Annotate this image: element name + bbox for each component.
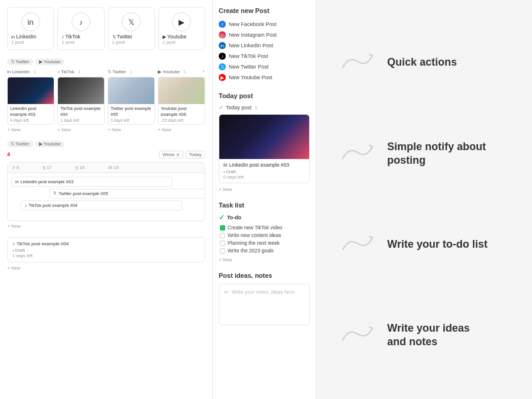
linkedin-create-dot: in [219, 42, 226, 49]
green-check-icon: ✓ [219, 104, 223, 111]
add-new-timeline[interactable]: + New [7, 223, 205, 229]
twitter-column: Twitter post example #05 0 days left + N… [108, 77, 155, 132]
post-card-tiktok-04[interactable]: TikTok post example #04 1 days left [57, 77, 105, 125]
task-group-name: To-do [227, 215, 241, 220]
date-label-8: # 8 [12, 165, 19, 170]
task-item-2[interactable]: Write new content ideas [219, 232, 310, 238]
tiktok-icon-sm: ♪ [12, 241, 15, 246]
preview-thumb-laptop [219, 115, 309, 159]
post-info-twitter-05: Twitter post example #05 0 days left [108, 104, 154, 124]
youtube-tag[interactable]: ▶ Youtube [35, 59, 64, 65]
twitter-tag[interactable]: 𝕏 Twitter [7, 59, 33, 65]
tiktok-create-dot: ♪ [219, 53, 226, 60]
week-button[interactable]: Week ∨ [159, 151, 183, 158]
bottom-tiktok-card[interactable]: ♪ TikTok post example #04 • Draft 1 days… [7, 237, 205, 262]
today-button[interactable]: Today [186, 151, 205, 158]
preview-post-title: LinkedIn post example #03 [229, 162, 290, 168]
social-card-tiktok[interactable]: ♪ ♪ TikTok 1 post [57, 7, 104, 50]
add-new-linkedin[interactable]: + New [7, 127, 54, 132]
create-tiktok-post[interactable]: ♪ New TikTok Post [219, 51, 310, 61]
timeline-title-twitter: Twitter post example #05 [59, 191, 108, 196]
timeline-title-tiktok: TikTok post example #04 [29, 203, 78, 208]
bottom-tiktok-title: ♪ TikTok post example #04 [12, 241, 200, 246]
timeline-controls: Week ∨ Today [159, 151, 205, 158]
feature-label-4: Write your ideasand notes [387, 322, 470, 349]
social-card-linkedin[interactable]: in in LinkedIn 1 post [7, 7, 54, 50]
add-new-twitter[interactable]: + New [108, 127, 155, 132]
post-days-youtube-06: -25 days left [161, 118, 202, 122]
instagram-dot: ◎ [219, 31, 226, 38]
create-tiktok-label: New TikTok Post [229, 53, 268, 59]
create-twitter-post[interactable]: 𝕏 New Twitter Post [219, 61, 310, 72]
tiktok-count: 1 post [61, 40, 100, 45]
task-label-2: Write new content ideas [228, 232, 281, 238]
post-card-twitter-05[interactable]: Twitter post example #05 0 days left [108, 77, 155, 125]
task-group-label: ✓ To-do [219, 213, 310, 222]
add-new-today[interactable]: + New [219, 187, 310, 192]
timeline-body: in LinkedIn post example #03 𝕏 Twitter p… [8, 173, 205, 220]
youtube-create-dot: ▶ [219, 74, 226, 81]
post-thumb-desk [58, 77, 104, 104]
feature-label-1: Quick actions [387, 56, 457, 69]
task-checkbox-2[interactable] [220, 233, 225, 238]
social-card-youtube[interactable]: ▶ ▶ Youtube 1 post [158, 7, 205, 50]
create-instagram-label: New Instagram Post [229, 32, 277, 38]
arrow-icon-3 [340, 232, 375, 258]
add-new-tiktok[interactable]: + New [57, 127, 105, 132]
task-list-title: Task list [219, 202, 310, 209]
post-days-twitter-05: 0 days left [111, 118, 152, 122]
feature-label-3: Write your to-do list [387, 238, 488, 251]
create-post-title: Create new Post [219, 7, 310, 14]
today-post-card[interactable]: in LinkedIn post example #03 • Draft 0 d… [219, 114, 310, 183]
youtube-tag-2[interactable]: ▶ Youtube [35, 141, 64, 147]
today-post-title: Today post [219, 92, 310, 99]
right-panel: Quick actions Simple notify about postin… [316, 0, 532, 399]
timeline-title-linkedin: LinkedIn post example #03 [20, 179, 73, 184]
arrow-icon-1 [340, 50, 375, 76]
notes-placeholder: Write your notes, ideas here [232, 289, 294, 295]
add-new-task[interactable]: + New [219, 257, 310, 262]
linkedin-icon: in [21, 12, 40, 31]
create-linkedin-post[interactable]: in New LinkedIn Post [219, 40, 310, 51]
timeline-item-twitter[interactable]: 𝕏 Twitter post example #05 [49, 189, 205, 199]
create-youtube-post[interactable]: ▶ New Youtube Post [219, 72, 310, 83]
twitter-icon: 𝕏 [122, 12, 141, 31]
create-youtube-label: New Youtube Post [229, 74, 273, 80]
task-checkbox-1[interactable] [220, 225, 225, 231]
twitter-dot: 𝕏 [53, 191, 57, 196]
feature-quick-actions: Quick actions [340, 50, 508, 76]
twitter-tag-2[interactable]: 𝕏 Twitter [7, 141, 33, 147]
preview-post-name: in LinkedIn post example #03 [223, 162, 305, 168]
create-instagram-post[interactable]: ◎ New Instagram Post [219, 30, 310, 40]
add-new-youtube[interactable]: + New [158, 127, 205, 132]
youtube-icon: ▶ [172, 12, 191, 31]
add-new-bottom[interactable]: + New [7, 265, 205, 271]
social-cards-grid: in in LinkedIn 1 post ♪ ♪ TikTok 1 post … [7, 7, 205, 50]
post-card-linkedin-03[interactable]: LinkedIn post example #03 4 days left [7, 77, 54, 125]
date-label-17: § 17 [43, 165, 52, 170]
task-item-3[interactable]: Planning the next week [219, 240, 310, 246]
left-panel: in in LinkedIn 1 post ♪ ♪ TikTok 1 post … [0, 0, 213, 399]
timeline-item-linkedin[interactable]: in LinkedIn post example #03 [11, 177, 173, 187]
create-facebook-post[interactable]: f New Facebook Post [219, 19, 310, 30]
task-item-4[interactable]: Write the 2023 goals [219, 248, 310, 254]
task-label-1: Create new TikTok video [228, 225, 283, 231]
youtube-label: ▶ Youtube [163, 34, 201, 40]
post-title-linkedin-03: LinkedIn post example #03 [10, 106, 51, 118]
feature-label-2: Simple notify about posting [387, 140, 508, 168]
timeline-item-tiktok[interactable]: ♪ TikTok post example #04 [21, 200, 182, 210]
feature-notify: Simple notify about posting [340, 140, 508, 168]
task-checkbox-3[interactable] [220, 241, 225, 246]
arrow-icon-4 [340, 322, 375, 348]
linkedin-dot: in [15, 180, 18, 184]
social-card-twitter[interactable]: 𝕏 𝕏 Twitter 1 post [108, 7, 155, 50]
notes-area[interactable]: ✏ Write your notes, ideas here [219, 284, 310, 325]
task-checkbox-4[interactable] [220, 248, 225, 254]
post-card-youtube-06[interactable]: Youtube post example #06 -25 days left [158, 77, 205, 125]
linkedin-column: LinkedIn post example #03 4 days left + … [7, 77, 54, 132]
timeline-dates: # 8 § 17 § 18 M 19 [8, 163, 205, 173]
preview-post-info: in LinkedIn post example #03 • Draft 0 d… [219, 159, 309, 183]
notes-section: Post ideas, notes ✏ Write your notes, id… [219, 272, 310, 325]
task-item-1[interactable]: Create new TikTok video [219, 225, 310, 231]
feature-todo: Write your to-do list [340, 232, 508, 258]
